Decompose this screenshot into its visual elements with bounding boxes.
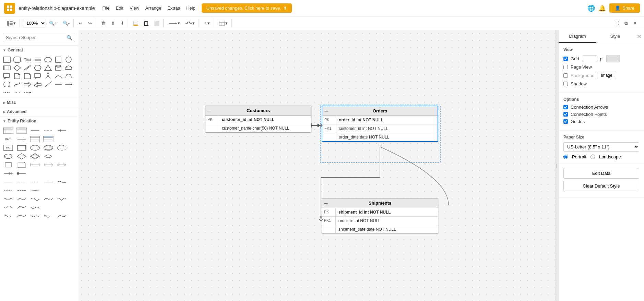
er-table-1[interactable] bbox=[2, 127, 14, 134]
customers-row-1[interactable]: PK customer_id int NOT NULL bbox=[205, 116, 311, 124]
shape-circle[interactable] bbox=[64, 56, 73, 63]
canvas[interactable]: — Customers PK customer_id int NOT NULL … bbox=[78, 30, 555, 301]
customers-table[interactable]: — Customers PK customer_id int NOT NULL … bbox=[205, 106, 311, 133]
er-wave-6[interactable] bbox=[2, 204, 14, 212]
customers-row-2[interactable]: customer_name char(50) NOT NULL bbox=[205, 124, 311, 132]
er-line-12[interactable] bbox=[29, 187, 41, 194]
er-conn-5[interactable] bbox=[15, 170, 28, 177]
er-wave-8[interactable] bbox=[29, 204, 41, 212]
shape-note[interactable] bbox=[23, 72, 32, 80]
zoom-in-btn[interactable]: 🔍+ bbox=[47, 19, 60, 27]
table-btn[interactable]: ▾ bbox=[217, 19, 230, 27]
shape-dotted[interactable] bbox=[12, 89, 22, 96]
shipments-row-3[interactable]: shipment_date date NOT NULL bbox=[322, 225, 438, 233]
undo-btn[interactable]: ↩ bbox=[76, 19, 85, 27]
section-entity-relation[interactable]: ▼ Entity Relation bbox=[0, 116, 78, 125]
shape-process[interactable] bbox=[2, 64, 12, 72]
menu-file[interactable]: File bbox=[100, 4, 112, 12]
clear-default-style-button[interactable]: Clear Default Style bbox=[563, 181, 639, 191]
shape-half-circle[interactable] bbox=[64, 72, 73, 80]
collapse-handle[interactable]: │ bbox=[555, 30, 558, 301]
er-diamond[interactable] bbox=[15, 153, 28, 160]
menu-help[interactable]: Help bbox=[183, 4, 198, 12]
er-conn-4[interactable] bbox=[2, 170, 14, 177]
paper-size-select[interactable]: US-Letter (8,5" x 11") A4 (210 x 297mm) … bbox=[563, 142, 639, 152]
redo-btn[interactable]: ↪ bbox=[86, 19, 94, 27]
er-line-2[interactable] bbox=[42, 127, 55, 134]
er-wave-3[interactable] bbox=[29, 195, 41, 203]
shape-line-arrow[interactable] bbox=[64, 81, 73, 88]
connection-arrows-label[interactable]: Connection Arrows bbox=[571, 105, 608, 110]
tab-diagram[interactable]: Diagram bbox=[559, 30, 596, 43]
section-misc[interactable]: ▶ Misc bbox=[0, 98, 78, 107]
split-view-btn[interactable]: ⧉ bbox=[622, 19, 630, 28]
er-conn-1[interactable] bbox=[29, 161, 41, 169]
er-conn-3[interactable] bbox=[56, 161, 68, 169]
er-wave-10[interactable] bbox=[15, 213, 28, 220]
er-wave-7[interactable] bbox=[15, 204, 28, 212]
shape-hexagon[interactable] bbox=[33, 64, 43, 72]
er-conn-2[interactable] bbox=[42, 161, 55, 169]
share-button[interactable]: 👤 Share bbox=[609, 3, 640, 13]
er-doc-1[interactable] bbox=[15, 161, 28, 169]
page-view-label[interactable]: Page View bbox=[571, 64, 592, 70]
er-table-3[interactable] bbox=[29, 135, 41, 143]
grid-color-swatch[interactable] bbox=[606, 55, 620, 62]
shape-callout[interactable] bbox=[2, 72, 12, 80]
er-wave-11[interactable] bbox=[29, 213, 41, 220]
orders-table[interactable]: — Orders PK order_id int NOT NULL FK1 cu… bbox=[322, 106, 438, 142]
er-line-1[interactable] bbox=[29, 127, 41, 134]
customers-collapse[interactable]: — bbox=[207, 109, 211, 113]
orders-collapse[interactable]: — bbox=[324, 109, 328, 113]
er-wave-9[interactable] bbox=[2, 213, 14, 220]
fill-color-btn[interactable] bbox=[131, 19, 141, 27]
shape-ellipse[interactable] bbox=[43, 56, 53, 63]
er-table-2[interactable] bbox=[15, 127, 28, 134]
grid-checkbox[interactable] bbox=[563, 57, 568, 61]
zoom-select[interactable]: 100%75%50%150%200% bbox=[23, 19, 46, 27]
portrait-label[interactable]: Portrait bbox=[572, 154, 586, 159]
er-diamond-2[interactable] bbox=[29, 153, 41, 160]
menu-edit[interactable]: Edit bbox=[113, 4, 126, 12]
shape-line-h[interactable] bbox=[53, 81, 63, 88]
canvas-grid[interactable]: — Customers PK customer_id int NOT NULL … bbox=[78, 30, 555, 301]
search-input[interactable] bbox=[3, 33, 75, 42]
shadow-label[interactable]: Shadow bbox=[571, 81, 587, 86]
orders-row-1[interactable]: PK order_id int NOT NULL bbox=[322, 116, 438, 124]
er-square-1[interactable] bbox=[2, 161, 14, 169]
er-line-11[interactable] bbox=[15, 187, 28, 194]
close-panel-btn[interactable]: ✕ bbox=[631, 19, 639, 27]
er-line-9[interactable] bbox=[56, 178, 68, 186]
shape-diamond[interactable] bbox=[12, 64, 22, 72]
er-wave-5[interactable] bbox=[56, 195, 68, 203]
waypoint-btn[interactable]: ▾ bbox=[183, 19, 197, 27]
save-button[interactable]: Unsaved changes. Click here to save. ⬆ bbox=[202, 3, 292, 13]
shape-parallelogram[interactable] bbox=[23, 64, 32, 72]
shape-text[interactable]: Text bbox=[23, 56, 32, 63]
er-wave-1[interactable] bbox=[2, 195, 14, 203]
er-line-8[interactable] bbox=[42, 178, 55, 186]
shadow-btn[interactable]: ⬜ bbox=[152, 19, 162, 27]
to-front-btn[interactable]: ⬆ bbox=[109, 19, 117, 27]
zoom-out-btn[interactable]: 🔍- bbox=[60, 19, 72, 27]
shape-dashed-arrow[interactable] bbox=[23, 89, 32, 96]
to-back-btn[interactable]: ⬇ bbox=[118, 19, 127, 27]
er-attr-1[interactable] bbox=[29, 144, 41, 152]
tab-style[interactable]: Style bbox=[596, 30, 634, 43]
portrait-radio[interactable] bbox=[563, 155, 568, 159]
shipments-row-2[interactable]: FK1 order_id int NOT NULL bbox=[322, 217, 438, 225]
shape-cloud[interactable] bbox=[64, 64, 73, 72]
er-wave-4[interactable] bbox=[42, 195, 55, 203]
er-wave-2[interactable] bbox=[15, 195, 28, 203]
shape-speech[interactable] bbox=[33, 72, 43, 80]
er-table-4[interactable] bbox=[42, 135, 55, 143]
er-entity-1[interactable]: Ent1 bbox=[2, 144, 14, 152]
stroke-color-btn[interactable] bbox=[141, 19, 151, 27]
shape-arc[interactable] bbox=[53, 72, 63, 80]
shape-lines[interactable] bbox=[33, 56, 43, 63]
shape-doc[interactable] bbox=[12, 72, 22, 80]
delete-btn[interactable]: 🗑 bbox=[99, 19, 108, 27]
background-image-button[interactable]: Image bbox=[597, 72, 616, 79]
er-wave-13[interactable] bbox=[56, 213, 68, 220]
er-attr-2[interactable] bbox=[42, 144, 55, 152]
